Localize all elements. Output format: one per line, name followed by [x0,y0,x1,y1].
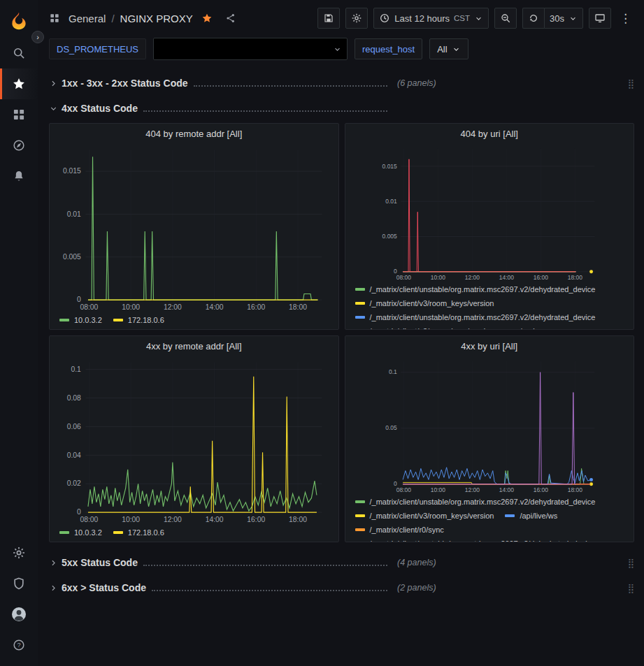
legend-item[interactable]: /_matrix/client/v3/room_keys/version [355,326,494,329]
panel-title[interactable]: 4xx by remote addr [All] [50,336,338,356]
sidebar-item-alerting[interactable] [0,161,38,191]
legend-item[interactable]: /_matrix/client/v3/room_keys/version [355,510,494,521]
legend-item[interactable]: 172.18.0.6 [113,314,164,326]
svg-text:?: ? [17,642,20,649]
chart-404-by-remote-addr[interactable]: 08:0010:0012:0014:0016:0018:0000.0050.01… [50,143,338,313]
legend-item[interactable]: /_matrix/client/unstable/org.matrix.msc2… [355,312,596,323]
chart-4xx-by-uri[interactable]: 08:0010:0012:0014:0016:0018:0000.050.1 [345,356,634,495]
legend-label: /_matrix/client/unstable/org.matrix.msc2… [370,496,596,507]
svg-text:0.005: 0.005 [382,233,397,240]
svg-text:08:00: 08:00 [80,303,98,311]
svg-text:14:00: 14:00 [206,303,224,311]
zoom-out-icon [500,13,511,24]
request-host-select-value: All [437,44,447,55]
legend-item[interactable]: /_matrix/client/unstable/org.matrix.msc2… [355,496,596,507]
svg-text:0.06: 0.06 [67,423,81,430]
dotted-leader [152,585,387,591]
refresh-button[interactable] [522,8,544,29]
legend-swatch [113,531,123,534]
panel-title[interactable]: 404 by uri [All] [345,124,634,143]
legend-item[interactable]: 10.0.3.2 [59,527,102,538]
dashboard-settings-button[interactable] [345,8,368,29]
legend-label: 10.0.3.2 [74,314,102,326]
legend-swatch [355,288,365,291]
sidebar-item-configuration[interactable] [0,537,38,568]
request-host-variable-label[interactable]: request_host [355,38,422,59]
dashboards-grid-icon [12,108,26,122]
sidebar-item-explore[interactable] [0,130,38,161]
sidebar-item-profile[interactable] [0,599,38,630]
legend-label: /sw.js [520,326,538,329]
top-navbar: General / NGINX PROXY Last 12 hours CST [38,0,644,36]
datasource-select[interactable] [153,38,348,60]
legend-label: /api/live/ws [520,510,557,521]
time-range-picker[interactable]: Last 12 hours CST [373,8,489,29]
breadcrumb-dashboard-title[interactable]: NGINX PROXY [120,13,193,24]
row-4xx-status-code[interactable]: 4xx Status Code [49,98,634,119]
svg-text:12:00: 12:00 [464,486,480,493]
svg-text:0: 0 [77,508,81,516]
row-title-group: 5xx Status Code [62,557,390,568]
legend-item[interactable]: /api/live/ws [505,510,557,521]
sidebar-item-server-admin[interactable] [0,568,38,599]
save-dashboard-button[interactable] [317,8,340,29]
legend-swatch [355,500,365,503]
row-6xx-status-code[interactable]: 6xx > Status Code (2 panels) ⣿ [49,577,634,598]
legend-label: 172.18.0.6 [128,527,164,538]
request-host-select[interactable]: All [429,38,468,59]
sidebar-item-dashboards[interactable] [0,99,38,130]
zoom-out-button[interactable] [494,8,517,29]
tv-mode-button[interactable] [589,8,611,29]
row-5xx-status-code[interactable]: 5xx Status Code (4 panels) ⣿ [49,552,634,573]
favorite-star-icon[interactable] [201,13,213,24]
svg-text:14:00: 14:00 [499,274,514,281]
legend-label: /_matrix/client/unstable/org.matrix.msc2… [370,284,596,295]
dotted-leader [143,106,387,112]
sidebar-item-search[interactable] [0,38,38,68]
svg-text:0.05: 0.05 [385,424,397,431]
drag-handle-icon[interactable]: ⣿ [627,583,634,593]
sidebar-item-help[interactable]: ? [0,630,38,660]
datasource-variable-label[interactable]: DS_PROMETHEUS [49,38,146,59]
search-icon [12,46,26,60]
legend-swatch [355,514,365,517]
refresh-interval-label: 30s [550,13,564,24]
variables-bar: DS_PROMETHEUS request_host All [38,36,644,67]
more-options-button[interactable]: ⋮ [617,11,634,26]
refresh-interval-picker[interactable]: 30s [544,8,583,29]
sidebar-item-starred[interactable] [0,68,38,99]
row-title: 6xx > Status Code [62,582,146,593]
drag-handle-icon[interactable]: ⣿ [627,78,634,89]
svg-text:16:00: 16:00 [533,486,548,493]
breadcrumb-folder[interactable]: General [69,13,106,24]
legend-label: 10.0.3.2 [74,527,102,538]
legend-item[interactable]: /sw.js [505,326,538,329]
panel-title[interactable]: 404 by remote addr [All] [50,124,338,143]
legend-swatch [355,316,365,319]
grafana-app: ? › General / NGINX PROXY Last [0,0,644,666]
dashboard-canvas: 1xx - 3xx - 2xx Status Code (6 panels) ⣿… [38,67,644,666]
legend-swatch [355,302,365,305]
row-1xx-3xx-2xx-status-code[interactable]: 1xx - 3xx - 2xx Status Code (6 panels) ⣿ [49,73,634,94]
drag-handle-icon[interactable]: ⣿ [627,558,634,568]
legend-item[interactable]: 10.0.3.2 [59,314,102,326]
legend-item[interactable]: 172.18.0.6 [113,527,164,538]
row-title-group: 6xx > Status Code [62,582,390,593]
legend-item[interactable]: /_matrix/client/unstable/org.matrix.msc2… [355,284,596,295]
legend-item[interactable]: /_matrix/client/unstable/org.matrix.msc2… [355,538,596,542]
sidebar: ? [0,0,38,666]
chart-4xx-by-remote-addr[interactable]: 08:0010:0012:0014:0016:0018:0000.020.040… [50,356,338,526]
legend-label: /_matrix/client/v3/room_keys/version [370,326,494,329]
svg-text:12:00: 12:00 [164,516,182,523]
panel-title[interactable]: 4xx by uri [All] [345,336,634,356]
legend-item[interactable]: /_matrix/client/r0/sync [355,524,444,535]
chart-404-by-uri[interactable]: 08:0010:0012:0014:0016:0018:0000.0050.01… [345,143,634,282]
sidebar-expand-button[interactable]: › [31,31,44,43]
panel-grid: 404 by remote addr [All] 08:0010:0012:00… [49,123,634,542]
svg-text:0.01: 0.01 [385,198,397,205]
svg-text:12:00: 12:00 [464,274,480,281]
bell-icon [12,169,26,183]
share-icon[interactable] [225,13,236,24]
legend-item[interactable]: /_matrix/client/v3/room_keys/version [355,298,494,309]
legend-swatch [59,531,69,534]
